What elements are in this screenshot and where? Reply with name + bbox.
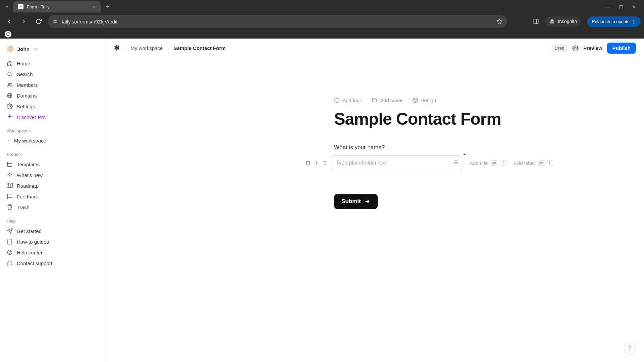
add-logo-label: Add logo [342,98,362,103]
sidebar-item-domains[interactable]: Domains [4,90,102,101]
user-menu[interactable]: J John [4,43,102,55]
breadcrumb-separator: › [124,46,126,51]
section-workspaces: Workspaces [4,122,102,135]
relaunch-button[interactable]: Relaunch to update ⋮ [587,16,641,27]
field-options-icon[interactable]: ☰ [454,160,458,165]
bookmark-star-icon[interactable] [496,18,502,24]
sidebar-item-howto[interactable]: How-to guides [4,236,102,247]
svg-point-42 [325,163,326,163]
sidebar-item-members[interactable]: Members [4,79,102,90]
svg-marker-23 [7,183,13,188]
sidebar-item-helpcenter[interactable]: Help center [4,247,102,258]
sidebar-item-roadmap[interactable]: Roadmap [4,180,102,191]
svg-marker-11 [7,61,12,66]
sidebar-item-label: Templates [17,162,40,167]
browser-tab[interactable]: ✦ Form - Tally × [13,1,101,12]
canvas: Add logo Add cover Design Sample Contact… [106,57,644,362]
breadcrumb-separator: › [167,46,169,51]
maximize-icon[interactable]: ▢ [619,4,623,9]
topbar: ✻ › My workspace › Sample Contact Form D… [106,39,644,57]
palette-icon [412,98,418,103]
svg-point-29 [10,253,10,254]
svg-line-13 [11,75,12,76]
sidebar-item-templates[interactable]: Templates [4,159,102,170]
svg-point-8 [552,22,554,23]
svg-point-43 [324,164,325,165]
search-icon [7,71,13,77]
tally-logo-icon[interactable]: ✻ [114,44,120,52]
new-tab-button[interactable]: + [103,3,113,10]
svg-marker-31 [335,98,339,103]
design-label: Design [421,98,436,103]
delete-block-icon[interactable] [305,160,311,166]
google-bookmark-icon[interactable] [5,31,11,38]
address-row: tally.so/forms/n9ZkjV/edit Incognito Rel… [0,13,644,29]
add-cover-button[interactable]: Add cover [372,98,403,103]
incognito-badge[interactable]: Incognito [545,16,581,26]
required-star: * [464,153,466,159]
chevron-down-icon [34,47,38,51]
svg-point-39 [324,161,325,162]
minimize-icon[interactable]: — [605,4,610,9]
sidebar-item-settings[interactable]: Settings [4,101,102,112]
image-icon [372,98,377,103]
sidebar-item-feedback[interactable]: Feedback [4,191,102,202]
back-button[interactable] [3,16,15,27]
question-text[interactable]: What is your name? [334,144,569,151]
add-label-hint[interactable]: Add label Alt L [514,160,553,166]
forward-button[interactable] [18,16,30,27]
sidebar-item-search[interactable]: Search [4,69,102,79]
site-settings-icon[interactable] [52,19,58,24]
incognito-label: Incognito [558,19,577,24]
trash-icon [7,204,13,210]
bookmarks-row [0,29,644,39]
sidebar-item-whatsnew[interactable]: What's new [4,170,102,180]
sidebar-item-label: Search [17,71,33,77]
workspace-label: My workspace [14,138,46,143]
add-logo-button[interactable]: Add logo [334,98,362,103]
breadcrumb-workspace[interactable]: My workspace [130,45,163,51]
workspace-item[interactable]: My workspace [4,135,102,146]
map-icon [7,183,13,189]
help-fab[interactable]: ? [624,342,636,354]
tab-search-dropdown[interactable] [2,2,11,11]
publish-button[interactable]: Publish [607,43,636,54]
kbd-alt: Alt [537,160,545,166]
form-meta-row: Add logo Add cover Design [334,98,569,103]
sidebar-item-discover-pro[interactable]: Discover Pro [4,112,102,122]
sidebar-item-home[interactable]: Home [4,58,102,69]
svg-rect-5 [534,19,539,24]
close-window-icon[interactable]: ✕ [632,4,636,9]
sidebar-item-label: What's new [17,172,43,178]
svg-point-3 [55,22,56,23]
browser-chrome: ✦ Form - Tally × + — ▢ ✕ tally.so/forms/… [0,0,644,39]
svg-point-41 [324,163,325,163]
svg-point-44 [325,164,326,165]
submit-button[interactable]: Submit [334,194,378,209]
kbd-t: T [500,160,506,166]
main: ✻ › My workspace › Sample Contact Form D… [106,39,644,362]
drag-handle-icon[interactable] [323,160,327,166]
gear-icon [7,103,13,109]
panel-icon[interactable] [533,18,539,24]
placeholder-input[interactable] [331,156,462,170]
svg-point-12 [8,72,11,76]
breadcrumb-form[interactable]: Sample Contact Form [174,45,226,51]
kbd-alt: Alt [490,160,498,166]
svg-point-2 [54,20,55,21]
preview-button[interactable]: Preview [583,45,602,51]
add-block-icon[interactable] [314,160,319,166]
sidebar-item-trash[interactable]: Trash [4,202,102,213]
sidebar-item-label: Domains [17,93,37,99]
close-tab-icon[interactable]: × [93,4,96,10]
form-title[interactable]: Sample Contact Form [334,109,569,129]
reload-button[interactable] [33,16,44,27]
sidebar-item-contact[interactable]: Contact support [4,258,102,268]
settings-gear-icon[interactable] [572,45,579,51]
address-bar[interactable]: tally.so/forms/n9ZkjV/edit [48,15,507,28]
design-button[interactable]: Design [412,98,436,103]
input-wrap: * ☰ [331,156,462,170]
sidebar-item-getstarted[interactable]: Get started [4,226,102,236]
add-title-hint[interactable]: Add title Alt T [470,160,506,166]
user-name: John [17,46,30,52]
